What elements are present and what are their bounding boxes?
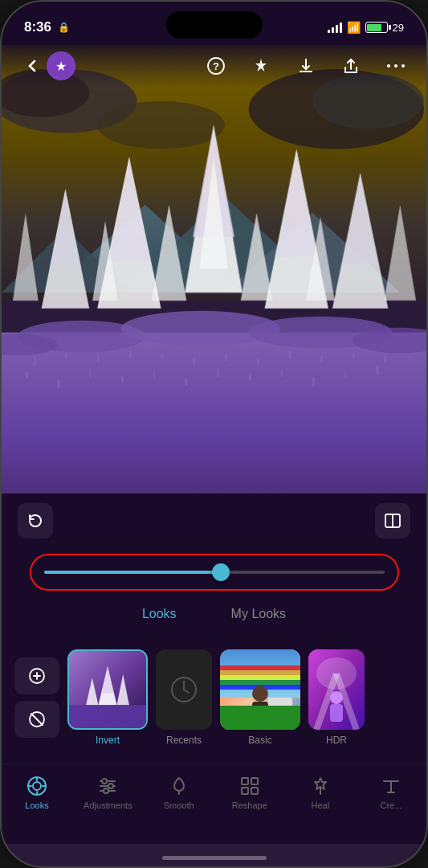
signal-bars xyxy=(328,22,342,33)
premium-badge[interactable]: ★ xyxy=(47,51,75,80)
nav-item-heal[interactable]: Heal xyxy=(296,776,344,810)
signal-bar-2 xyxy=(332,27,334,33)
svg-rect-115 xyxy=(242,778,248,784)
status-time: 8:36 xyxy=(24,19,51,35)
battery-percent: 29 xyxy=(393,22,404,34)
svg-rect-31 xyxy=(257,358,259,364)
expand-button[interactable] xyxy=(14,657,59,694)
tab-looks[interactable]: Looks xyxy=(139,600,180,628)
nav-item-reshape[interactable]: Reshape xyxy=(226,776,274,810)
more-button[interactable] xyxy=(381,51,410,80)
look-thumb-invert xyxy=(67,649,148,730)
svg-rect-39 xyxy=(384,354,386,362)
phone-frame: 8:36 🔒 📶 29 ★ xyxy=(0,0,428,868)
look-thumb-basic xyxy=(220,649,300,730)
nav-label-adjustments: Adjustments xyxy=(84,800,132,810)
svg-rect-96 xyxy=(220,706,300,730)
svg-rect-21 xyxy=(97,354,100,362)
nav-label-smooth: Smooth xyxy=(164,800,194,810)
svg-rect-43 xyxy=(89,368,92,378)
nav-label-reshape: Reshape xyxy=(232,800,267,810)
svg-rect-51 xyxy=(344,371,347,379)
svg-rect-49 xyxy=(280,369,283,377)
svg-point-101 xyxy=(330,691,343,704)
look-label-hdr: HDR xyxy=(326,735,347,746)
nav-item-smooth[interactable]: Smooth xyxy=(155,776,203,810)
svg-rect-23 xyxy=(129,350,132,358)
nav-label-create: Cre... xyxy=(381,800,402,810)
bottom-nav: Looks Adjustments xyxy=(2,764,426,844)
svg-text:?: ? xyxy=(213,60,219,72)
status-right: 📶 29 xyxy=(328,21,404,34)
help-button[interactable]: ? xyxy=(202,51,230,80)
svg-rect-52 xyxy=(376,366,378,375)
signal-bar-4 xyxy=(340,23,342,33)
svg-rect-91 xyxy=(220,680,300,685)
control-bar xyxy=(2,493,426,548)
svg-rect-27 xyxy=(193,357,195,364)
tab-my-looks[interactable]: My Looks xyxy=(228,600,289,628)
toolbar-left: ★ xyxy=(18,51,75,80)
battery-indicator xyxy=(365,22,388,33)
battery-fill xyxy=(367,24,381,31)
nav-item-create[interactable]: Cre... xyxy=(367,776,415,810)
top-toolbar: ★ ? xyxy=(2,43,426,88)
scene-svg xyxy=(2,43,426,542)
icon-stack xyxy=(14,657,59,738)
svg-rect-44 xyxy=(121,376,124,383)
share-button[interactable] xyxy=(336,51,365,80)
svg-rect-102 xyxy=(330,704,343,722)
look-item-invert[interactable]: Invert xyxy=(67,649,148,746)
svg-point-93 xyxy=(252,686,268,702)
slider-thumb[interactable] xyxy=(212,563,230,581)
create-nav-icon xyxy=(381,776,402,796)
compare-button[interactable] xyxy=(375,503,410,538)
look-label-recents: Recents xyxy=(166,735,202,746)
signal-bar-3 xyxy=(336,25,338,33)
undo-button[interactable] xyxy=(18,503,53,538)
nav-item-looks[interactable]: Looks xyxy=(13,776,61,810)
svg-rect-41 xyxy=(26,372,28,379)
status-lock-icon: 🔒 xyxy=(58,22,70,33)
slider-track[interactable] xyxy=(44,571,385,574)
look-label-invert: Invert xyxy=(96,735,120,746)
magic-button[interactable] xyxy=(247,51,275,80)
signal-bar-1 xyxy=(328,30,330,33)
svg-rect-116 xyxy=(251,778,258,784)
smooth-nav-icon xyxy=(169,776,190,796)
reshape-nav-icon xyxy=(239,776,260,796)
svg-rect-90 xyxy=(220,675,300,680)
svg-point-112 xyxy=(108,784,113,788)
svg-rect-85 xyxy=(69,705,146,728)
svg-rect-25 xyxy=(161,354,163,360)
slider-section xyxy=(2,548,426,596)
adjustments-nav-icon xyxy=(97,776,118,796)
svg-rect-30 xyxy=(241,346,243,357)
slider-fill xyxy=(44,571,221,574)
svg-rect-37 xyxy=(353,352,355,358)
block-button[interactable] xyxy=(14,701,59,738)
back-button[interactable] xyxy=(18,51,47,80)
look-item-basic[interactable]: Basic xyxy=(220,649,300,746)
svg-rect-33 xyxy=(288,350,291,358)
look-item-recents[interactable]: Recents xyxy=(156,649,212,746)
svg-point-10 xyxy=(97,101,225,149)
svg-point-114 xyxy=(104,788,108,793)
svg-rect-19 xyxy=(65,352,67,358)
svg-rect-50 xyxy=(312,377,315,387)
look-label-basic: Basic xyxy=(248,735,271,746)
svg-rect-35 xyxy=(320,355,323,362)
look-item-hdr[interactable]: HDR xyxy=(308,649,365,746)
download-button[interactable] xyxy=(291,51,320,80)
wifi-icon: 📶 xyxy=(347,21,361,34)
svg-point-2 xyxy=(387,64,390,68)
svg-rect-117 xyxy=(242,788,248,794)
nav-label-heal: Heal xyxy=(312,800,330,810)
nav-item-adjustments[interactable]: Adjustments xyxy=(84,776,132,810)
svg-rect-47 xyxy=(217,366,219,377)
look-thumb-recents xyxy=(156,649,212,730)
svg-line-79 xyxy=(31,714,43,725)
svg-rect-48 xyxy=(249,374,251,380)
looks-nav-icon xyxy=(26,776,47,796)
heal-nav-icon xyxy=(310,776,331,796)
